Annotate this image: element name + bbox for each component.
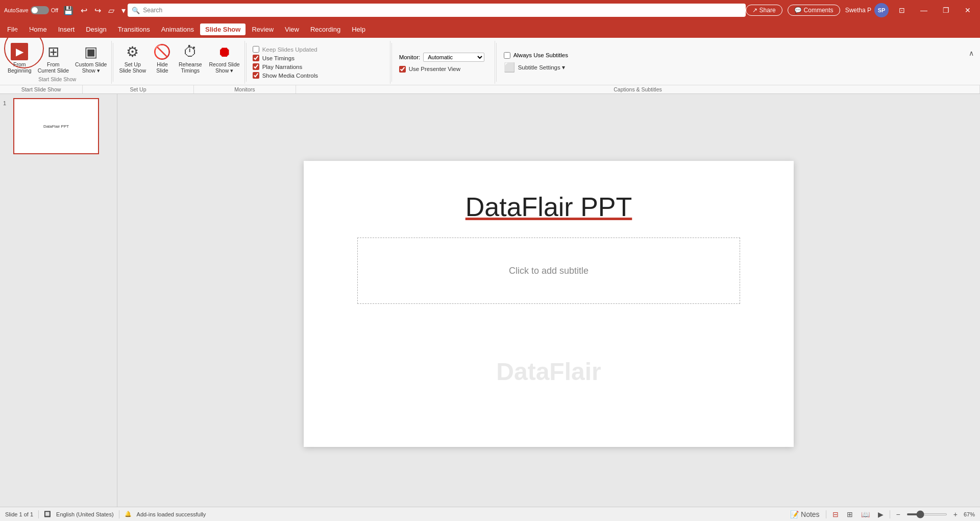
restore-button[interactable]: ❐ xyxy=(938,0,954,20)
user-info[interactable]: Swetha P SP xyxy=(845,3,889,17)
notes-button[interactable]: 📝 Notes xyxy=(788,509,821,519)
from-current-icon: ⊞ xyxy=(47,43,59,60)
play-narrations-label: Play Narrations xyxy=(262,64,303,70)
captions-section-label: Captions & Subtitles xyxy=(296,85,980,93)
monitors-section-label: Monitors xyxy=(194,85,296,93)
custom-show-icon: ▣ xyxy=(84,43,97,60)
ribbon-group-start-slideshow: ▶ FromBeginning ⊞ FromCurrent Slide ▣ Cu… xyxy=(3,41,112,84)
autosave-switch[interactable] xyxy=(31,6,49,14)
comments-icon: 💬 xyxy=(794,7,802,14)
start-slideshow-section-label: Start Slide Show xyxy=(0,85,83,93)
autosave-label: AutoSave xyxy=(4,7,29,13)
use-timings-checkbox[interactable] xyxy=(253,55,259,61)
reading-view-button[interactable]: 📖 xyxy=(859,509,872,519)
menu-bar: File Home Insert Design Transitions Anim… xyxy=(0,20,980,38)
presenter-view-row: Use Presenter View xyxy=(399,66,488,73)
notes-label: Notes xyxy=(801,510,820,518)
from-current-slide-button[interactable]: ⊞ FromCurrent Slide xyxy=(35,42,71,76)
minimize-button[interactable]: — xyxy=(915,0,933,20)
zoom-in-button[interactable]: + xyxy=(951,509,960,519)
slideshow-view-button[interactable]: ▶ xyxy=(876,509,886,519)
show-media-controls-label: Show Media Controls xyxy=(262,73,318,79)
use-presenter-view-checkbox[interactable] xyxy=(399,66,406,73)
from-beginning-button[interactable]: ▶ FromBeginning xyxy=(5,41,34,76)
menu-home[interactable]: Home xyxy=(24,23,52,35)
user-name: Swetha P xyxy=(845,7,871,14)
slide-number-1: 1 xyxy=(3,100,10,106)
menu-animations[interactable]: Animations xyxy=(156,23,199,35)
accessibility-text: Add-ins loaded successfully xyxy=(137,511,206,517)
comments-btn[interactable]: 💬 Comments xyxy=(788,5,840,16)
slide-count: Slide 1 of 1 xyxy=(5,511,33,517)
monitor-selector-row: Monitor: Automatic xyxy=(399,53,488,62)
menu-recording[interactable]: Recording xyxy=(305,23,346,35)
share-icon: ↗ xyxy=(752,7,757,14)
zoom-out-button[interactable]: − xyxy=(894,509,902,519)
setup-slideshow-button[interactable]: ⚙ Set UpSlide Show xyxy=(116,42,149,76)
notes-icon: 📝 xyxy=(790,510,799,518)
menu-design[interactable]: Design xyxy=(81,23,111,35)
slide-title[interactable]: DataFlair PPT xyxy=(465,192,632,222)
autosave-toggle[interactable]: AutoSave Off xyxy=(4,6,58,14)
menu-slideshow[interactable]: Slide Show xyxy=(200,23,246,35)
record-slide-show-button[interactable]: ⏺ Record SlideShow ▾ xyxy=(207,42,242,76)
save-button[interactable]: 💾 xyxy=(61,5,76,16)
autosave-state: Off xyxy=(51,7,58,13)
undo-button[interactable]: ↩ xyxy=(79,5,89,16)
watermark: DataFlair xyxy=(496,358,601,386)
slide-panel: 1 DataFlair PPT xyxy=(0,94,117,514)
close-button[interactable]: ✕ xyxy=(960,0,976,20)
menu-help[interactable]: Help xyxy=(347,23,371,35)
status-icon: 🔲 xyxy=(44,511,51,517)
redo-button[interactable]: ↪ xyxy=(92,5,103,16)
use-timings-label: Use Timings xyxy=(262,55,295,61)
setup-icon: ⚙ xyxy=(126,43,139,60)
ribbon-group-setup-btns: ⚙ Set UpSlide Show 🚫 HideSlide ⏱ Rehears… xyxy=(114,41,244,84)
share-btn[interactable]: ↗ Share xyxy=(746,5,782,16)
play-narrations-row: Play Narrations xyxy=(253,63,385,70)
slide-sorter-button[interactable]: ⊞ xyxy=(845,509,855,519)
presentation-view-button[interactable]: ▱ xyxy=(106,5,116,16)
customize-button[interactable]: ▾ xyxy=(119,5,128,16)
avatar: SP xyxy=(874,3,889,17)
status-divider-1 xyxy=(38,510,39,518)
ribbon-collapse-button[interactable]: ∧ xyxy=(965,48,978,58)
always-use-subtitles-checkbox[interactable] xyxy=(504,52,510,59)
canvas-area: DataFlair DataFlair PPT Click to add sub… xyxy=(117,94,980,514)
menu-transitions[interactable]: Transitions xyxy=(113,23,155,35)
search-input[interactable] xyxy=(143,7,741,14)
keep-slides-updated-checkbox[interactable] xyxy=(253,46,259,53)
hide-slide-button[interactable]: 🚫 HideSlide xyxy=(151,42,174,76)
show-media-controls-row: Show Media Controls xyxy=(253,72,385,79)
status-divider-2 xyxy=(119,510,119,518)
menu-review[interactable]: Review xyxy=(247,23,279,35)
slide-subtitle-box[interactable]: Click to add subtitle xyxy=(357,238,740,304)
status-divider-3 xyxy=(826,510,826,518)
restore-to-taskbar-button[interactable]: ⊡ xyxy=(894,0,910,20)
slide-thumbnail-container: 1 DataFlair PPT xyxy=(3,98,114,154)
slide-thumbnail-1[interactable]: DataFlair PPT xyxy=(13,98,99,154)
subtitle-settings-button[interactable]: Subtitle Settings ▾ xyxy=(518,64,565,71)
slide-thumb-title: DataFlair PPT xyxy=(43,124,69,129)
ribbon-captions-group: Always Use Subtitles ⬜ Subtitle Settings… xyxy=(498,41,600,84)
menu-file[interactable]: File xyxy=(2,23,23,35)
always-use-subtitles-row: Always Use Subtitles xyxy=(504,52,594,59)
rehearse-timings-button[interactable]: ⏱ RehearseTimings xyxy=(176,42,205,76)
show-media-controls-checkbox[interactable] xyxy=(253,72,259,79)
from-beginning-label: FromBeginning xyxy=(8,61,32,74)
menu-view[interactable]: View xyxy=(280,23,304,35)
subtitle-placeholder: Click to add subtitle xyxy=(509,266,589,276)
ribbon-monitors-group: Monitor: Automatic Use Presenter View xyxy=(393,41,495,84)
zoom-level: 67% xyxy=(964,511,975,517)
setup-label: Set UpSlide Show xyxy=(119,61,146,74)
zoom-slider[interactable] xyxy=(906,513,947,515)
menu-insert[interactable]: Insert xyxy=(53,23,80,35)
normal-view-button[interactable]: ⊟ xyxy=(830,509,841,519)
ribbon-setup-group: Keep Slides Updated Use Timings Play Nar… xyxy=(248,41,390,84)
start-slideshow-group-label: Start Slide Show xyxy=(5,76,109,84)
play-narrations-checkbox[interactable] xyxy=(253,63,259,70)
ribbon: ▶ FromBeginning ⊞ FromCurrent Slide ▣ Cu… xyxy=(0,38,980,94)
monitor-select[interactable]: Automatic xyxy=(423,53,484,62)
custom-slide-show-button[interactable]: ▣ Custom SlideShow ▾ xyxy=(72,42,109,76)
search-icon: 🔍 xyxy=(132,7,140,14)
